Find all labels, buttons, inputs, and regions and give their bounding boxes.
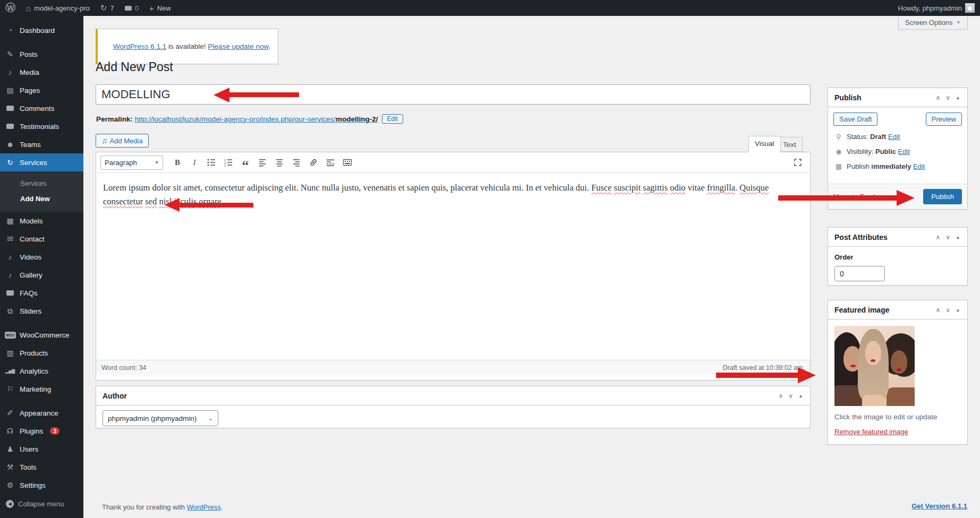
sidebar-item-analytics[interactable]: ▂▅▇Analytics xyxy=(0,362,83,380)
wordpress-footer-link[interactable]: WordPress xyxy=(187,503,221,511)
sidebar-item-services[interactable]: ↻Services xyxy=(0,153,83,171)
site-name: model-agency-pro xyxy=(34,4,90,12)
move-up-icon[interactable]: ∧ xyxy=(933,94,943,101)
keyboard-icon xyxy=(343,158,352,167)
sidebar-item-contact[interactable]: ✉Contact xyxy=(0,230,83,248)
pushpin-status-icon: ⚲ xyxy=(834,133,843,141)
wordpress-menu[interactable]: Ⓦ xyxy=(0,0,21,16)
post-title-input[interactable] xyxy=(96,84,811,105)
new-content-link[interactable]: + New xyxy=(144,0,176,16)
numbered-list-button[interactable]: 123 xyxy=(220,156,236,169)
dashboard-icon: ◔ xyxy=(5,26,15,34)
people-icon: ☻ xyxy=(5,140,15,149)
sidebar-item-models[interactable]: ▦Models xyxy=(0,212,83,230)
visibility-row: ◉ Visibility: Public Edit xyxy=(834,148,962,156)
sidebar-item-gallery[interactable]: ♪Gallery xyxy=(0,266,83,284)
wordpress-logo-icon: Ⓦ xyxy=(5,1,15,15)
move-down-icon[interactable]: ∨ xyxy=(786,392,796,400)
sidebar-item-appearance[interactable]: ✐Appearance xyxy=(0,404,83,422)
tab-visual[interactable]: Visual xyxy=(748,136,781,152)
move-down-icon[interactable]: ∨ xyxy=(943,234,953,241)
edit-permalink-button[interactable]: Edit xyxy=(382,114,404,124)
author-select[interactable]: phpmyadmin (phpmyadmin) ⌄ xyxy=(103,410,218,426)
align-center-button[interactable] xyxy=(271,156,287,169)
toolbar-toggle-button[interactable] xyxy=(339,156,355,169)
media-icon: ♪ xyxy=(5,68,15,76)
toggle-panel-icon[interactable]: ▲ xyxy=(953,235,963,240)
publish-metabox-body: Save Draft Preview ⚲ Status: Draft Edit … xyxy=(828,107,967,185)
italic-button[interactable]: I xyxy=(186,156,202,169)
layout-grid-icon: ▦ xyxy=(5,217,15,225)
move-down-icon[interactable]: ∨ xyxy=(943,306,953,314)
screen-options-button[interactable]: Screen Options ▼ xyxy=(898,16,968,30)
featured-image[interactable] xyxy=(834,326,915,406)
order-input[interactable] xyxy=(834,266,885,281)
blockquote-button[interactable]: “ xyxy=(237,156,253,169)
sidebar-item-products[interactable]: ▥Products xyxy=(0,344,83,362)
sidebar-item-dashboard[interactable]: ◔Dashboard xyxy=(0,21,83,39)
toggle-panel-icon[interactable]: ▲ xyxy=(953,95,963,100)
edit-status-link[interactable]: Edit xyxy=(888,133,900,141)
sidebar-item-settings[interactable]: ⚙Settings xyxy=(0,476,83,494)
editor-content-area[interactable]: Lorem ipsum dolor sit amet, consectetur … xyxy=(96,173,810,360)
sidebar-item-woocommerce[interactable]: WOOWooCommerce xyxy=(0,326,83,344)
align-right-button[interactable] xyxy=(288,156,304,169)
permalink-row: Permalink: http://localhost/luzuk/model-… xyxy=(96,114,403,124)
sidebar-item-sliders[interactable]: ⧉Sliders xyxy=(0,302,83,320)
sidebar-item-tools[interactable]: ⚒Tools xyxy=(0,458,83,476)
featured-image-title: Featured image xyxy=(834,306,933,314)
move-up-icon[interactable]: ∧ xyxy=(933,234,943,241)
preview-button[interactable]: Preview xyxy=(926,113,962,126)
site-link[interactable]: ⌂ model-agency-pro xyxy=(21,0,95,16)
post-attributes-metabox: Post Attributes ∧ ∨ ▲ Order xyxy=(828,227,968,286)
insert-link-button[interactable] xyxy=(305,156,321,169)
permalink-link[interactable]: http://localhost/luzuk/model-agency-pro/… xyxy=(135,115,378,123)
settings-icon: ⚙ xyxy=(5,481,15,489)
sidebar-item-teams[interactable]: ☻Teams xyxy=(0,135,83,153)
submenu-item-services[interactable]: Services xyxy=(0,176,83,191)
sidebar-item-comments[interactable]: Comments xyxy=(0,99,83,117)
wordpress-version-link[interactable]: WordPress 6.1.1 xyxy=(113,42,166,50)
chevron-down-icon: ▼ xyxy=(155,160,159,165)
author-metabox-body: phpmyadmin (phpmyadmin) ⌄ xyxy=(96,405,810,431)
draft-saved-text: Draft saved at 10:39:02 am. xyxy=(723,364,805,372)
plus-icon: + xyxy=(149,4,154,13)
edit-visibility-link[interactable]: Edit xyxy=(898,148,910,156)
sidebar-item-testimonials[interactable]: Testimonials xyxy=(0,117,83,135)
move-up-icon[interactable]: ∧ xyxy=(776,392,786,400)
admin-sidebar: ◔Dashboard ✎Posts ♪Media ▤Pages Comments… xyxy=(0,0,83,518)
publish-button[interactable]: Publish xyxy=(923,189,962,204)
fullscreen-button[interactable] xyxy=(790,156,806,169)
read-more-tag-button[interactable] xyxy=(322,156,338,169)
sidebar-item-posts[interactable]: ✎Posts xyxy=(0,45,83,63)
sidebar-item-plugins[interactable]: ☊Plugins3 xyxy=(0,422,83,440)
align-left-button[interactable] xyxy=(254,156,270,169)
megaphone-icon: ⚐ xyxy=(5,385,15,393)
collapse-menu-button[interactable]: ◀ Collapse menu xyxy=(0,496,83,512)
toggle-panel-icon[interactable]: ▲ xyxy=(953,307,963,313)
sidebar-item-users[interactable]: ♟Users xyxy=(0,440,83,458)
move-down-icon[interactable]: ∨ xyxy=(943,94,953,101)
post-attributes-title: Post Attributes xyxy=(834,233,933,241)
move-up-icon[interactable]: ∧ xyxy=(933,306,943,314)
page-title: Add New Post xyxy=(96,60,173,74)
bold-button[interactable]: B xyxy=(169,156,185,169)
edit-schedule-link[interactable]: Edit xyxy=(913,162,925,170)
sidebar-item-pages[interactable]: ▤Pages xyxy=(0,81,83,99)
sidebar-item-videos[interactable]: ♪Videos xyxy=(0,248,83,266)
paragraph-format-select[interactable]: Paragraph ▼ xyxy=(100,156,163,170)
sidebar-item-faqs[interactable]: FAQs xyxy=(0,284,83,302)
updates-link[interactable]: ↻ 7 xyxy=(95,0,120,16)
remove-featured-image-link[interactable]: Remove featured image xyxy=(834,428,908,436)
sidebar-item-marketing[interactable]: ⚐Marketing xyxy=(0,380,83,398)
get-version-link[interactable]: Get Version 6.1.1 xyxy=(911,502,967,510)
sidebar-item-media[interactable]: ♪Media xyxy=(0,63,83,81)
comments-link[interactable]: 0 xyxy=(120,0,144,16)
update-now-link[interactable]: Please update now xyxy=(208,42,268,50)
submenu-item-add-new[interactable]: Add New xyxy=(0,191,83,206)
save-draft-button[interactable]: Save Draft xyxy=(833,113,877,126)
account-menu[interactable]: Howdy, phpmyadmin ☻ xyxy=(893,0,980,16)
toggle-panel-icon[interactable]: ▲ xyxy=(796,393,806,399)
add-media-button[interactable]: ♫ Add Media xyxy=(96,134,149,148)
bulleted-list-button[interactable] xyxy=(203,156,219,169)
